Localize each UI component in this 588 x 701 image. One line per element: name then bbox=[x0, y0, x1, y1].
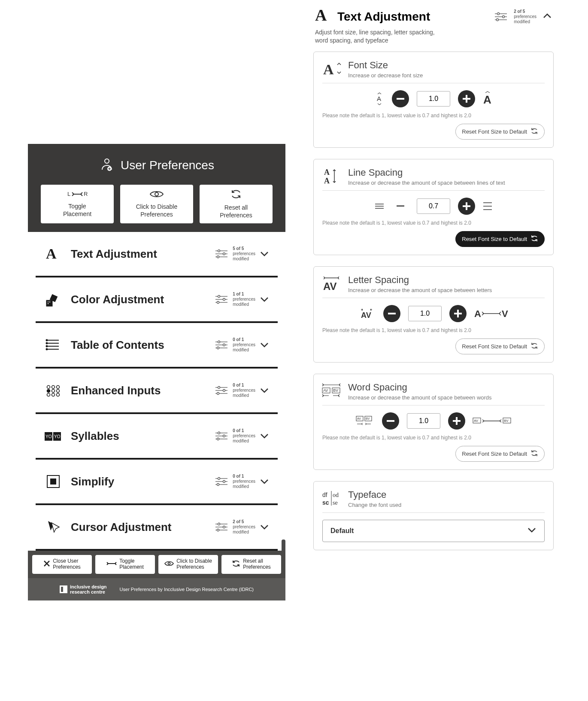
increase-button[interactable] bbox=[458, 198, 475, 215]
value-input[interactable] bbox=[417, 91, 450, 107]
typeface-select[interactable]: Default bbox=[322, 520, 545, 542]
toggle-placement-button[interactable]: LR Toggle Placement bbox=[41, 185, 114, 223]
note-text: Please note the default is 1, lowest val… bbox=[322, 220, 545, 226]
decrease-button[interactable] bbox=[383, 305, 400, 322]
value-input[interactable] bbox=[407, 413, 440, 429]
card-desc: Increase or decrease font size bbox=[348, 72, 423, 79]
increase-button[interactable] bbox=[458, 90, 475, 107]
list-item-text-adjustment[interactable]: A Text Adjustment 5 of 5preferences modi… bbox=[36, 232, 278, 277]
increase-button[interactable] bbox=[449, 305, 467, 322]
svg-text:od: od bbox=[333, 492, 339, 498]
svg-text:L: L bbox=[67, 191, 70, 197]
reset-button[interactable]: Reset Font Size to Default bbox=[455, 124, 545, 140]
svg-point-39 bbox=[52, 386, 55, 389]
list-item-table-of-contents[interactable]: Table of Contents 0 of 1preferences modi… bbox=[36, 323, 278, 369]
reset-icon bbox=[230, 189, 242, 201]
item-title: Syllables bbox=[71, 430, 206, 443]
list-item-enhanced-inputs[interactable]: Enhanced Inputs 0 of 1preferences modifi… bbox=[36, 369, 278, 414]
swap-icon: LR bbox=[67, 190, 87, 200]
svg-text:A: A bbox=[324, 177, 330, 185]
svg-text:A: A bbox=[483, 93, 491, 106]
button-label: Toggle Placement bbox=[119, 558, 144, 570]
svg-point-37 bbox=[217, 347, 219, 349]
increase-button[interactable] bbox=[448, 412, 465, 430]
sliders-icon bbox=[215, 431, 228, 441]
meta-label: preferences modified bbox=[233, 524, 255, 535]
reset-preferences-button[interactable]: Reset all Preferences bbox=[200, 185, 273, 223]
svg-point-42 bbox=[52, 390, 55, 393]
lines-loose-icon bbox=[483, 201, 492, 211]
svg-text:AV: AV bbox=[357, 417, 361, 420]
item-title: Text Adjustment bbox=[71, 247, 206, 261]
svg-text:AV: AV bbox=[323, 388, 328, 393]
value-input[interactable] bbox=[417, 198, 450, 214]
svg-rect-12 bbox=[46, 300, 52, 306]
user-gear-icon bbox=[99, 157, 115, 174]
sliders-icon bbox=[494, 12, 508, 22]
value-input[interactable] bbox=[408, 306, 442, 321]
sliders-icon bbox=[215, 249, 228, 259]
button-label: Reset Font Size to Default bbox=[462, 343, 527, 350]
reset-button[interactable]: Reset Font Size to Default bbox=[455, 446, 545, 462]
list-item-cursor-adjustment[interactable]: Cursor Adjustment 2 of 5preferences modi… bbox=[36, 505, 278, 551]
typeface-icon: dfodscse bbox=[322, 489, 341, 508]
meta-label: preferences modified bbox=[233, 433, 255, 444]
svg-rect-108 bbox=[454, 313, 462, 314]
close-panel-button[interactable]: Close User Preferences bbox=[32, 555, 92, 574]
card-line-spacing: AA Line SpacingIncrease or decrease the … bbox=[313, 159, 554, 255]
svg-point-50 bbox=[223, 390, 225, 392]
list-item-syllables[interactable]: YOYO Syllables 0 of 1preferences modifie… bbox=[36, 414, 278, 460]
disable-preferences-button[interactable]: Click to Disable Preferences bbox=[120, 185, 193, 223]
word-spacing-icon: AVBV bbox=[322, 382, 341, 401]
svg-text:BV: BV bbox=[366, 417, 370, 420]
meta-count: 0 of 1 bbox=[233, 428, 255, 433]
svg-text:A: A bbox=[474, 308, 481, 319]
eye-icon bbox=[164, 561, 174, 568]
svg-text:BV: BV bbox=[504, 419, 509, 423]
reset-icon bbox=[530, 450, 538, 458]
meta-count: 1 of 1 bbox=[233, 292, 255, 297]
font-size-icon: A bbox=[322, 60, 341, 79]
svg-point-62 bbox=[217, 438, 219, 440]
list-item-color-adjustment[interactable]: Color Adjustment 1 of 1preferences modif… bbox=[36, 277, 278, 323]
list-item-simplify[interactable]: Simplify 0 of 1preferences modified bbox=[36, 460, 278, 505]
item-meta: 0 of 1preferences modified bbox=[215, 428, 269, 444]
meta-label: preferences modified bbox=[233, 342, 255, 353]
sliders-icon bbox=[215, 294, 228, 305]
toggle-placement-footer-button[interactable]: Toggle Placement bbox=[95, 555, 155, 574]
svg-text:sc: sc bbox=[322, 499, 329, 506]
reset-icon bbox=[530, 128, 538, 136]
card-title: Typeface bbox=[348, 489, 401, 500]
svg-point-52 bbox=[217, 393, 219, 395]
chevron-up-icon[interactable] bbox=[543, 11, 552, 22]
svg-text:df: df bbox=[322, 491, 327, 498]
letter-spacing-icon: AV bbox=[322, 274, 341, 293]
svg-point-66 bbox=[218, 478, 220, 480]
svg-point-70 bbox=[217, 484, 219, 486]
svg-text:A: A bbox=[377, 95, 381, 102]
item-title: Cursor Adjustment bbox=[71, 521, 206, 534]
sliders-icon bbox=[215, 385, 228, 396]
sliders-icon bbox=[215, 522, 228, 532]
decrease-button[interactable] bbox=[382, 412, 399, 430]
svg-text:se: se bbox=[333, 500, 338, 506]
sliders-icon bbox=[215, 476, 228, 487]
svg-rect-119 bbox=[387, 420, 394, 422]
reset-icon bbox=[232, 560, 240, 569]
svg-rect-79 bbox=[61, 587, 63, 592]
svg-text:AV: AV bbox=[474, 419, 479, 423]
reset-button[interactable]: Reset Font Size to Default bbox=[455, 338, 545, 354]
decrease-button[interactable] bbox=[392, 198, 409, 215]
reset-button[interactable]: Reset Font Size to Default bbox=[455, 231, 545, 247]
disable-preferences-footer-button[interactable]: Click to Disable Preferences bbox=[158, 555, 218, 574]
reset-icon bbox=[530, 235, 538, 243]
simplify-icon bbox=[44, 472, 62, 491]
decrease-button[interactable] bbox=[392, 90, 409, 107]
reset-preferences-footer-button[interactable]: Reset all Preferences bbox=[221, 555, 281, 574]
svg-rect-17 bbox=[48, 303, 48, 304]
svg-rect-106 bbox=[388, 313, 396, 314]
scrollbar-thumb[interactable] bbox=[282, 539, 285, 551]
meta-label: preferences modified bbox=[233, 251, 255, 262]
button-label: Close User Preferences bbox=[53, 558, 81, 570]
card-title: Line Spacing bbox=[348, 167, 505, 178]
